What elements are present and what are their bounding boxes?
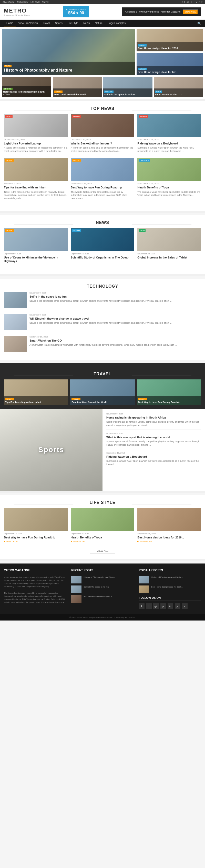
news-title-6: Health Benefits of Yoga [137,186,201,189]
news-card-6[interactable]: LIFESTYLE SEPTEMBER 19, 2016 Health Bene… [137,158,201,202]
hero-side-article-1[interactable]: TRAVEL Best Home design ideas for 2016..… [136,29,203,52]
news-card-3[interactable]: SPORTS SEPTEMBER 16, 2016 Rideing Wave o… [137,114,201,154]
footer-recent-3[interactable]: Will Einbtein thewirer chapter in... [71,595,133,603]
sports-background: Sports [0,409,103,491]
sports-item-2[interactable]: November 9, 2016 What is this new sport … [106,432,201,449]
grab-now-button[interactable]: GRAB NOW [183,9,198,14]
news-tag-6: LIFESTYLE [138,159,150,162]
news-excerpt-1: A laptop offers called a notebook or "no… [4,146,68,153]
news-item-tablet[interactable]: TECH November 23, 2016 Global Increase i… [137,228,201,266]
footer-popular-title: POPULAR POSTS [139,568,201,573]
news-section-header: NEWS [4,215,201,228]
ls-view-detail-2[interactable]: VIEW DETAIL [71,540,134,542]
travel-card-1[interactable]: TRAVEL Tips For Travelling with an Infan… [4,379,68,405]
tech-date-2: November 9, 2016 [29,314,201,316]
footer-copyright: © 2015 Helma Metro Magazine By Bara Them… [69,616,135,618]
news-item-ocean[interactable]: NATURE September 13, 2015 Scientific Stu… [71,228,134,266]
travel-card-2[interactable]: TRAVEL Beautiful Cars Around the World [70,379,134,405]
sports-item-3[interactable]: September 16, 2016 Rideing Wave on a Bod… [106,452,201,469]
footer-recent-2[interactable]: Selfie in the space is no fun [71,586,133,593]
tech-excerpt-3: A smartwatch is a computerized wristwatc… [29,343,201,347]
small-tag-1: SPORTS [3,88,12,90]
social-pi-icon[interactable]: p [191,1,192,3]
search-icon[interactable]: 🔍 [197,22,201,25]
footer-social-rd[interactable]: r [182,603,187,609]
news-title-1: Light Ultra Powerful Laptop [4,142,68,145]
footer-social-yt[interactable]: yt [175,603,180,609]
ls-card-3[interactable]: TRAVEL September 16, 2016 Best Home desi… [137,508,201,544]
footer-popular-1[interactable]: History of Photography and Nature [139,576,201,583]
header-advertisement[interactable]: ADVERTISE HERE $54 x 90 [63,6,89,18]
social-vk-icon[interactable]: v [201,1,203,3]
news-card-2[interactable]: SPORTS DECEMBER 13, 2015 Why is Basketba… [71,114,134,154]
hero-side-article-2[interactable]: NATURE Best Home design ideas for life..… [136,53,203,75]
hero-main-article[interactable]: NEWS History of Photography and Nature [2,29,135,75]
nav-travel[interactable]: Travel [41,20,53,27]
news-section: NEWS TRAVEL September 9, 2015 Use of Dro… [0,215,205,275]
news-tag-1: NEWS [5,115,12,118]
nav-nature[interactable]: Nature [92,20,105,27]
sports-title-2: What is this new sport that is winning t… [106,435,201,439]
news-title-3: Rideing Wave on a Bodyboard [137,142,201,145]
nav-lifestyle[interactable]: Life Style [65,20,81,27]
sports-item-1[interactable]: November 9, 2016 Horse racing is disappe… [106,413,201,430]
top-news-header: TOP NEWS [4,101,201,114]
social-yt-icon[interactable]: y [196,1,197,3]
topbar-link-travel[interactable]: Travel [42,1,48,3]
news-title-2: Why is Basketball so famous ? [71,142,134,145]
tech-section-header: TECHNOLOGY [4,279,201,292]
tech-list: November 9, 2016 Selfie in the space is … [4,292,201,355]
news-card-1[interactable]: NEWS SEPTEMBER 13, 2016 Light Ultra Powe… [4,114,68,154]
topbar-link-lifestyle[interactable]: Life Style [30,1,40,3]
ls-card-1[interactable]: TRAVEL September 16, 2016 Best Way to ha… [4,508,68,544]
news-card-5[interactable]: TRAVEL SEPTEMBER 16, 2016 Best Way to ha… [71,158,134,202]
footer-popular-2[interactable]: Best Home design ideas for 2016... [139,586,201,593]
main-nav: Home View Pro Version Travel Sports Life… [0,20,205,27]
social-ig-icon[interactable]: i [194,1,194,3]
hero-side-tag-1: TRAVEL [138,44,147,46]
footer-social-in[interactable]: in [168,603,173,609]
footer-social-gp[interactable]: g+ [153,603,159,609]
small-article-1[interactable]: SPORTS Horse racing is disappearing in S… [2,77,51,97]
nav-sports[interactable]: Sports [53,20,65,27]
footer-social-fb[interactable]: f [139,603,145,609]
ls-view-detail-1[interactable]: VIEW DETAIL [4,540,68,542]
news-card-4[interactable]: TRAVEL November 9, 2016 Tips for travell… [4,158,68,202]
tech-item-1[interactable]: November 9, 2016 Selfie in the space is … [4,292,201,311]
hero-side-tag-2: NATURE [138,68,147,70]
nav-examples[interactable]: Page Examples [105,20,128,27]
hero-section: NEWS History of Photography and Nature T… [0,27,205,99]
news-grid-main: TRAVEL September 9, 2015 Use of Drone to… [4,228,201,266]
social-tw-icon[interactable]: t [184,1,185,3]
footer-social-pi[interactable]: p [160,603,166,609]
ls-card-2[interactable]: LIFESTYLE September 15, 2016 Health Bene… [71,508,134,544]
topbar-link-tech[interactable]: Technology [17,1,28,3]
social-rd-icon[interactable]: r [199,1,200,3]
small-article-4[interactable]: TECH Smart Watch on The GO [154,77,203,97]
tech-item-2[interactable]: November 9, 2016 Will Einbtein thewirer … [4,314,201,333]
news-item-drone[interactable]: TRAVEL September 9, 2015 Use of Drone to… [4,228,68,266]
lifestyle-header: LIFE STYLE [4,495,201,508]
footer-about-text1: Metro Magazine is a perfect responsive m… [4,576,66,588]
small-article-2[interactable]: TRAVEL Solo Travel Around the World [53,77,102,97]
nav-pro[interactable]: View Pro Version [16,20,41,27]
social-gp-icon[interactable]: g+ [186,1,189,3]
sports-excerpt-1: Sport or sports are all forms of usually… [106,420,201,427]
small-article-3[interactable]: NATURE Selfie in the space is no fun [103,77,152,97]
topbar-link-style[interactable]: Style Guide [3,1,15,3]
nav-news[interactable]: News [81,20,92,27]
social-fb-icon[interactable]: f [182,1,183,3]
nav-home[interactable]: Home [4,20,16,27]
footer-recent-1[interactable]: History of Photography and Nature [71,576,133,583]
view-all-button[interactable]: VIEW ALL [90,548,115,554]
tech-date-1: November 9, 2016 [29,292,201,294]
travel-tag-1: TRAVEL [5,398,14,400]
travel-card-3[interactable]: TRAVEL Best Way to have Fun During Roadt… [137,379,201,405]
footer-social-tw[interactable]: t [146,603,152,609]
news-tag-3: SPORTS [138,115,148,118]
top-bar-links[interactable]: Style Guide Technology Life Style Travel [3,1,50,3]
ls-view-detail-3[interactable]: VIEW DETAIL [137,540,201,542]
site-logo[interactable]: METRO [4,7,30,14]
tech-item-3[interactable]: September 16, 2016 Smart Watch on The GO… [4,336,201,355]
tablet-date: November 23, 2016 [137,253,201,255]
